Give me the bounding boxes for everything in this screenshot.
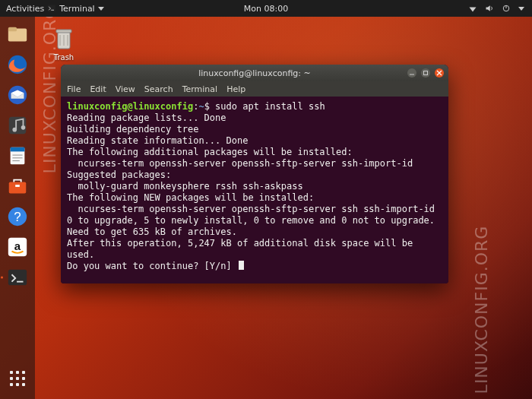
output-line: 0 to upgrade, 5 to newly install, 0 to r… <box>67 215 442 226</box>
trash-label: Trash <box>54 53 74 62</box>
svg-text:?: ? <box>14 210 21 224</box>
svg-rect-13 <box>9 182 27 193</box>
dock-icon-help[interactable]: ? <box>5 204 30 230</box>
menu-terminal[interactable]: Terminal <box>182 84 218 94</box>
output-line: The following NEW packages will be insta… <box>67 192 442 204</box>
output-line: ncurses-term openssh-server openssh-sftp… <box>67 158 442 169</box>
window-minimize-button[interactable] <box>407 68 416 78</box>
output-line: Building dependency tree <box>67 124 442 135</box>
terminal-window[interactable]: linuxconfig@linuxconfig: ~ File Edit Vie… <box>61 65 448 283</box>
network-icon[interactable] <box>468 4 477 13</box>
output-line: molly-guard monkeysphere rssh ssh-askpas… <box>67 181 442 192</box>
window-title: linuxconfig@linuxconfig: ~ <box>198 68 311 78</box>
menu-help[interactable]: Help <box>226 84 245 94</box>
menu-bar: File Edit View Search Terminal Help <box>61 81 448 97</box>
output-line: Reading package lists... Done <box>67 112 442 124</box>
trash-desktop-item[interactable]: Trash <box>43 24 85 62</box>
dock-icon-rhythmbox[interactable] <box>5 112 30 138</box>
dock-icon-files[interactable] <box>5 21 30 47</box>
menu-search[interactable]: Search <box>144 84 173 94</box>
activities-button[interactable]: Activities <box>6 4 44 14</box>
dock-icon-writer[interactable] <box>5 143 30 169</box>
svg-rect-19 <box>8 270 27 286</box>
svg-rect-5 <box>8 27 17 32</box>
chevron-down-icon[interactable] <box>518 7 524 11</box>
show-applications-button[interactable] <box>5 366 30 391</box>
dock-icon-terminal[interactable] <box>5 264 30 290</box>
svg-rect-14 <box>15 185 20 187</box>
prompt-line: linuxconfig@linuxconfig:~$ sudo apt inst… <box>67 101 442 112</box>
app-menu[interactable]: Terminal <box>47 4 104 14</box>
window-maximize-button[interactable] <box>421 68 430 78</box>
menu-file[interactable]: File <box>67 84 81 94</box>
svg-rect-20 <box>424 71 428 75</box>
menu-edit[interactable]: Edit <box>90 84 106 94</box>
cursor-icon <box>239 261 244 270</box>
terminal-output[interactable]: linuxconfig@linuxconfig:~$ sudo apt inst… <box>61 97 448 283</box>
window-close-button[interactable] <box>435 68 444 78</box>
svg-point-10 <box>21 125 26 130</box>
output-line: ncurses-term openssh-server openssh-sftp… <box>67 204 442 215</box>
output-line: Suggested packages: <box>67 169 442 181</box>
output-line: Need to get 635 kB of archives. <box>67 226 442 238</box>
svg-rect-3 <box>56 30 71 33</box>
power-icon[interactable] <box>502 4 511 13</box>
menu-view[interactable]: View <box>116 84 135 94</box>
dock-icon-software[interactable] <box>5 173 30 199</box>
dock-icon-amazon[interactable]: a <box>5 234 30 260</box>
trash-icon <box>51 24 77 53</box>
dock-icon-firefox[interactable] <box>5 52 30 78</box>
output-line: Do you want to continue? [Y/n] <box>67 261 442 272</box>
desktop-icons: Trash <box>43 24 85 62</box>
desktop-root: Activities Terminal Mon 08:00 <box>0 0 532 399</box>
chevron-down-icon <box>98 7 104 11</box>
top-panel: Activities Terminal Mon 08:00 <box>0 0 532 17</box>
output-line: After this operation, 5,247 kB of additi… <box>67 238 442 261</box>
dock: ? a <box>0 17 35 399</box>
window-titlebar[interactable]: linuxconfig@linuxconfig: ~ <box>61 65 448 81</box>
watermark: LINUXCONFIG.ORG <box>473 226 492 394</box>
volume-icon[interactable] <box>485 4 494 13</box>
svg-rect-12 <box>11 147 25 152</box>
dock-icon-thunderbird[interactable] <box>5 82 30 108</box>
clock[interactable]: Mon 08:00 <box>244 4 288 14</box>
svg-text:a: a <box>14 239 21 252</box>
terminal-icon <box>47 4 56 13</box>
output-line: The following additional packages will b… <box>67 147 442 158</box>
svg-rect-0 <box>48 5 56 12</box>
output-line: Reading state information... Done <box>67 135 442 147</box>
app-menu-label: Terminal <box>59 4 95 14</box>
